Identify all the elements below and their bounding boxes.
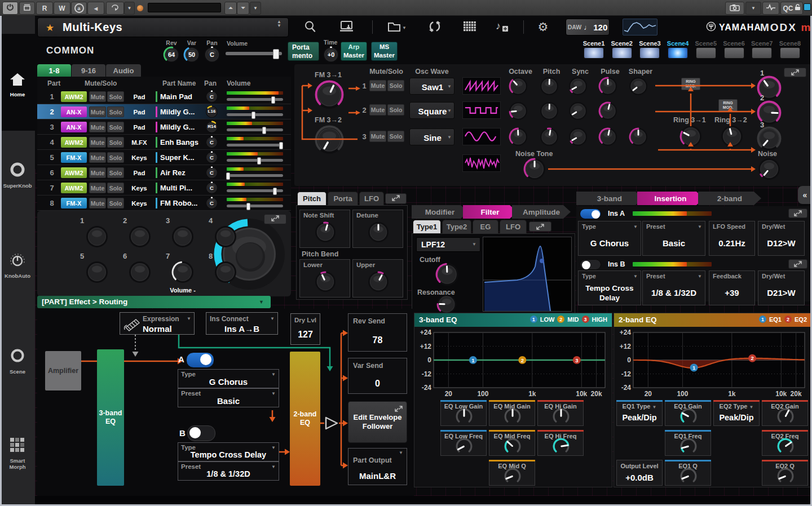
arp-master-button[interactable]: Arp Master [341, 42, 367, 61]
mute-button[interactable]: Mute [89, 167, 106, 178]
back-arrow-button[interactable]: ◄ [87, 2, 104, 15]
search-button[interactable] [302, 20, 318, 35]
osc1-solo-button[interactable]: Solo [387, 80, 404, 91]
file-button[interactable]: ▼ [387, 20, 407, 35]
osc3-shaper-knob[interactable] [629, 127, 648, 147]
osc1-sync-knob[interactable] [568, 77, 588, 96]
ins-b-field-dry-wet[interactable]: Dry/WetD21>W [758, 270, 805, 305]
volume-slider-handle[interactable] [273, 188, 277, 195]
filter-type-select[interactable]: LPF12 ▼ [416, 237, 480, 252]
osc3-wave-select[interactable]: Sine▼ [409, 128, 454, 145]
eq3-knob-box-eq-mid-gain[interactable]: EQ Mid Gain [489, 400, 535, 426]
expression-select[interactable]: Expression ▼ Normal [120, 312, 195, 335]
noise-knob[interactable] [758, 158, 780, 180]
loop-dropdown[interactable]: ▼ [124, 2, 135, 15]
volume-slider[interactable] [227, 128, 283, 131]
step-up-button[interactable]: ⏶ [224, 2, 237, 15]
osc2-solo-button[interactable]: Solo [387, 104, 404, 116]
expand-knobs-button[interactable] [264, 214, 286, 224]
mute-button[interactable]: Mute [89, 183, 106, 193]
pitch-bend-lower-box[interactable]: Lower [299, 259, 350, 298]
part-output-select[interactable]: ▼ Part Output MainL&R [348, 448, 407, 485]
osc2-octave-knob[interactable] [509, 101, 528, 121]
auto-button[interactable]: a [71, 2, 87, 15]
detune-knob[interactable] [368, 221, 389, 245]
pitch-tab-porta[interactable]: Porta [328, 192, 358, 205]
osc3-solo-button[interactable]: Solo [387, 131, 404, 142]
favorite-star-icon[interactable]: ★ [46, 22, 54, 34]
sidebar-item-scene[interactable]: Scene [0, 347, 35, 375]
osc2-pulse-knob[interactable] [598, 101, 617, 121]
knob[interactable] [456, 438, 473, 457]
pitch-bend-upper-knob[interactable] [368, 271, 389, 295]
ms-master-button[interactable]: MS Master [371, 42, 398, 61]
step-down-button[interactable]: ⏷ [237, 2, 249, 15]
assign-knob-5[interactable] [86, 261, 108, 283]
mute-button[interactable]: Mute [89, 152, 106, 163]
filter-tab-type2[interactable]: Type2 [442, 220, 471, 233]
scene-button-8[interactable] [780, 47, 800, 59]
eq3-knob-box-eq-low-gain[interactable]: EQ Low Gain [440, 400, 487, 426]
pitch-bend-upper-box[interactable]: Upper [352, 259, 403, 298]
solo-button[interactable]: Solo [107, 137, 124, 148]
volume-slider[interactable] [227, 159, 283, 162]
write-button[interactable]: W [54, 2, 70, 15]
mute-button[interactable]: Mute [89, 106, 106, 117]
loop-button[interactable] [106, 2, 124, 15]
ins-b-field-feedback[interactable]: Feedback+39 [709, 270, 755, 305]
part-row[interactable]: 8FM-XMuteSoloKeysFM Robo...C [37, 196, 291, 211]
performance-spinner[interactable]: ▲▼ [277, 20, 281, 28]
ins-a-field-preset[interactable]: Preset▼Basic [642, 221, 705, 256]
snapshot-button[interactable] [725, 2, 744, 15]
ins-a-type-select[interactable]: Type ▼ G Chorus [178, 369, 279, 388]
ins-b-expand-button[interactable] [788, 259, 807, 269]
ins-a-preset-select[interactable]: Preset ▼ Basic [178, 388, 279, 407]
expand-filter-button[interactable] [529, 221, 551, 232]
eq3-knob-box-eq-mid-q[interactable]: EQ Mid Q [489, 460, 535, 486]
filter-tab-eg[interactable]: EG [473, 220, 498, 233]
sync-button[interactable] [426, 20, 443, 35]
ins-a-field-dry-wet[interactable]: Dry/WetD12>W [758, 221, 805, 256]
ins-a-field-lfo-speed[interactable]: LFO Speed0.21Hz [709, 221, 755, 256]
mix-knob-3[interactable] [757, 126, 782, 151]
ins-a-toggle[interactable] [186, 352, 214, 368]
eq3-knob-box-eq-hi-gain[interactable]: EQ Hi Gain [537, 400, 584, 426]
knob[interactable] [553, 438, 570, 457]
part-row[interactable]: 5FM-XMuteSoloKeysSuper K...C [37, 150, 291, 165]
part-row[interactable]: 2AN-XMuteSoloPadMildly G...L16 [37, 104, 291, 119]
ins-a-field-type[interactable]: Type▼G Chorus [578, 221, 641, 256]
volume-slider-handle[interactable] [262, 127, 266, 134]
mute-button[interactable]: Mute [89, 198, 106, 208]
ins-b-field-preset[interactable]: Preset▼1/8 & 1/32D [642, 270, 705, 305]
osc2-pitch-knob[interactable] [540, 101, 559, 121]
sidebar-item-home[interactable]: Home [0, 72, 35, 97]
assign-knob-3[interactable] [171, 225, 194, 248]
osc2-sync-knob[interactable] [568, 101, 588, 121]
eq2-control-eq1-gain[interactable]: EQ1 Gain [665, 400, 711, 426]
eq2-control-eq1-type[interactable]: EQ1 Type ▼Peak/Dip [616, 400, 663, 426]
slider-handle[interactable] [273, 49, 279, 59]
fm-3-2-knob[interactable] [315, 125, 344, 154]
solo-button[interactable]: Solo [107, 167, 124, 178]
assign-knob-6[interactable] [129, 261, 151, 283]
ins-b-preset-select[interactable]: Preset ▼ 1/8 & 1/32D [178, 461, 279, 481]
osc1-wave-select[interactable]: Saw1▼ [409, 78, 454, 95]
eq3-knob-box-eq-mid-freq[interactable]: EQ Mid Freq [489, 430, 535, 456]
volume-slider-handle[interactable] [251, 112, 255, 119]
osc1-octave-knob[interactable] [509, 77, 528, 96]
volume-slider[interactable] [227, 144, 283, 147]
volume-slider-handle[interactable] [246, 203, 250, 210]
scene-button-4[interactable] [668, 47, 688, 59]
osc3-pulse-knob[interactable] [598, 127, 617, 147]
portamento-button[interactable]: Porta mento [288, 42, 319, 61]
filter-tab-type1[interactable]: Type1 [413, 220, 441, 233]
volume-slider[interactable] [227, 174, 283, 177]
assign-knob-7[interactable] [171, 261, 194, 283]
filter-nav-tab-amplitude[interactable]: Amplitude [512, 205, 571, 219]
titlebar-input[interactable] [148, 3, 221, 12]
ring-3-1-knob[interactable] [679, 125, 702, 148]
osc3-mute-button[interactable]: Mute [369, 131, 386, 142]
mute-button[interactable]: Mute [89, 122, 106, 132]
filter-nav-tab-modifier[interactable]: Modifier [412, 205, 468, 219]
var-send-box[interactable]: Var Send 0 [348, 358, 407, 394]
